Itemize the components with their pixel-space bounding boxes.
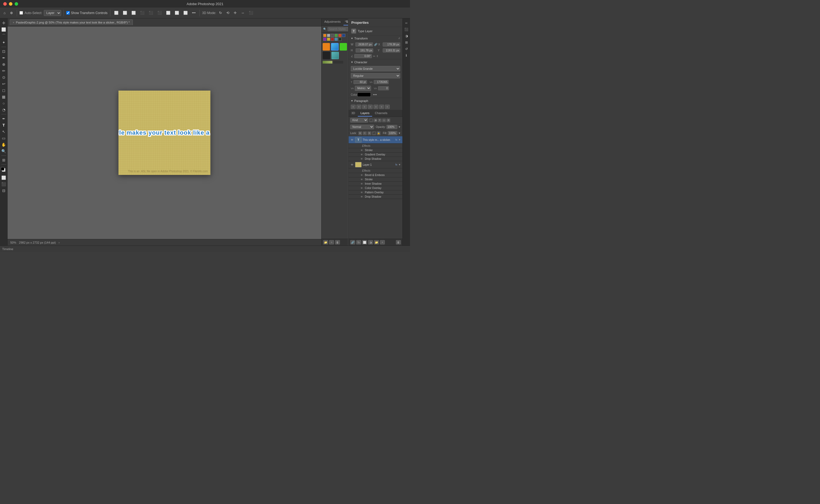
tab-adjustments[interactable]: Adjustments [322,18,343,25]
style-item-blue[interactable] [331,43,338,51]
para-justify-right-button[interactable]: ≡ [379,105,384,109]
move-tool-button[interactable]: ⊕ [9,10,14,16]
tab-close-icon[interactable]: × [13,21,14,24]
auto-select-checkbox[interactable] [19,11,23,15]
home-button[interactable]: ⌂ [2,10,7,16]
add-style-button[interactable]: fx [356,240,361,244]
gradient-tool[interactable]: ▦ [1,94,7,100]
layer-item-1[interactable]: 👁 Layer 1 fx ▼ [349,161,402,168]
lock-style-icon[interactable]: ⚙ [368,131,371,135]
color-filter-blue[interactable] [342,34,345,37]
color-filter-gray[interactable] [327,34,330,37]
align-left-button[interactable]: ⬜ [113,10,120,16]
font-size-input[interactable] [353,80,367,84]
para-align-right-button[interactable]: ≡ [362,105,367,109]
layer-item-text[interactable]: 👁 T This style m... a sticker. fx ▼ [349,136,402,144]
status-arrow[interactable]: › [58,241,59,244]
style-item-dark[interactable] [323,52,330,59]
color-filter-red[interactable] [338,34,342,37]
minimize-button[interactable] [9,2,12,6]
y-input[interactable] [383,48,400,52]
delete-style-button[interactable]: 🗑 [335,240,340,244]
type-tool[interactable]: T [1,122,7,128]
text-gradient-sublayer[interactable]: 👁 Gradient Overlay [349,152,402,157]
add-mask-button[interactable]: ⬜ [362,240,367,244]
healing-brush-tool[interactable]: ⊕ [1,61,7,67]
opacity-arrow[interactable]: ▼ [398,125,401,128]
style-item-teal[interactable] [331,52,339,59]
3d-material-tool[interactable]: ⊞ [1,157,7,163]
3d-scale-button[interactable]: ⬛ [247,10,254,16]
transform-controls-checkbox[interactable] [66,11,70,15]
color-filter-darkred[interactable] [331,38,334,41]
transform-reset-icon[interactable]: ↺ [398,37,400,40]
history-brush-tool[interactable]: ↩ [1,81,7,87]
text-layer-fx[interactable]: fx [395,138,397,141]
distribute-right-button[interactable]: ⬜ [182,10,189,16]
align-bottom-button[interactable]: ⬛ [156,10,163,16]
3d-pan-button[interactable]: ✛ [232,10,238,16]
stroke-vis-icon[interactable]: 👁 [361,149,364,152]
eraser-tool[interactable]: ◻ [1,87,7,93]
search-styles-input[interactable] [328,27,348,31]
path-select-tool[interactable]: ↖ [1,129,7,135]
timeline-label[interactable]: Timeline [2,247,13,251]
tab-channels[interactable]: Channels [372,110,390,117]
kerning-select[interactable]: Metrics Optical Manual [355,86,371,91]
text-stroke-sublayer[interactable]: 👁 Stroke [349,148,402,152]
color-filter-green[interactable] [335,34,338,37]
delete-layer-button[interactable]: 🗑 [396,240,401,244]
stamp-tool[interactable]: ⊙ [1,74,7,80]
maximize-button[interactable] [15,2,18,6]
tab-layers[interactable]: Layers [358,110,372,117]
screen-mode-button[interactable]: ⬛ [1,181,7,187]
align-top-button[interactable]: ⬛ [139,10,146,16]
para-align-left-button[interactable]: ≡ [351,105,356,109]
fill-input[interactable] [388,131,397,135]
color-filter-darkgreen[interactable] [338,38,342,41]
layer1-fx[interactable]: fx [395,163,397,166]
character-header[interactable]: ▼ Character [349,59,402,65]
align-right-button[interactable]: ⬜ [130,10,137,16]
font-style-select[interactable]: Regular Bold Italic [351,73,400,78]
magic-wand-tool[interactable]: ✦ [1,39,7,45]
sidebar-layers-icon[interactable]: ⬛ [404,26,409,32]
lock-position-icon[interactable]: ⊞ [358,131,362,135]
gradient-swatch-1[interactable] [323,61,332,64]
lock-artboard-icon[interactable]: ⬛ [372,131,376,135]
3d-roll-button[interactable]: ⟲ [225,10,231,16]
character-more-button[interactable]: ••• [372,92,378,97]
new-fill-layer-button[interactable]: ◑ [368,240,373,244]
lock-all-icon[interactable]: 🔒 [377,131,381,135]
styles-panel-close-button[interactable]: × [345,19,346,23]
new-style-button[interactable]: ＋ [329,240,334,244]
coloroverlay-vis-icon[interactable]: 👁 [361,187,364,190]
fill-arrow[interactable]: ▼ [398,132,401,135]
color-swatch-preview[interactable] [357,92,371,97]
gradient-vis-icon[interactable]: 👁 [361,153,364,156]
eyedropper-tool[interactable]: ✒ [1,55,7,61]
patternoverlay-vis-icon[interactable]: 👁 [361,191,364,194]
filter-type-icon[interactable]: T [378,118,382,122]
layer1-innershadow-sublayer[interactable]: 👁 Inner Shadow [349,182,402,186]
x-input[interactable] [383,42,400,47]
3d-slide-button[interactable]: ↔ [240,10,246,16]
distribute-center-button[interactable]: ⬜ [173,10,180,16]
layer1-dropshadow-sublayer[interactable]: 👁 Drop Shadow [349,195,402,199]
new-group-button[interactable]: 📁 [374,240,379,244]
lasso-tool[interactable]: ⌒ [1,33,7,39]
close-button[interactable] [3,2,7,6]
color-filter-teal[interactable] [335,38,338,41]
crop-tool[interactable]: ⊡ [1,48,7,54]
innershadow-vis-icon[interactable]: 👁 [361,183,364,185]
dodge-tool[interactable]: ◔ [1,107,7,113]
para-justify-all-button[interactable]: ≡ [385,105,390,109]
workspace[interactable]: This style makes your text look like a s… [8,26,321,239]
text-layer-expand[interactable]: ▼ [398,138,401,141]
layer1-visibility[interactable]: 👁 [350,163,354,167]
link-wh-icon[interactable]: 🔗 [374,42,377,47]
foreground-color-swatch[interactable] [1,167,4,171]
transform-header[interactable]: ▼ Transform ↺ [349,35,402,41]
style-item-green[interactable] [340,43,347,51]
more-options-button[interactable]: ••• [191,10,197,16]
